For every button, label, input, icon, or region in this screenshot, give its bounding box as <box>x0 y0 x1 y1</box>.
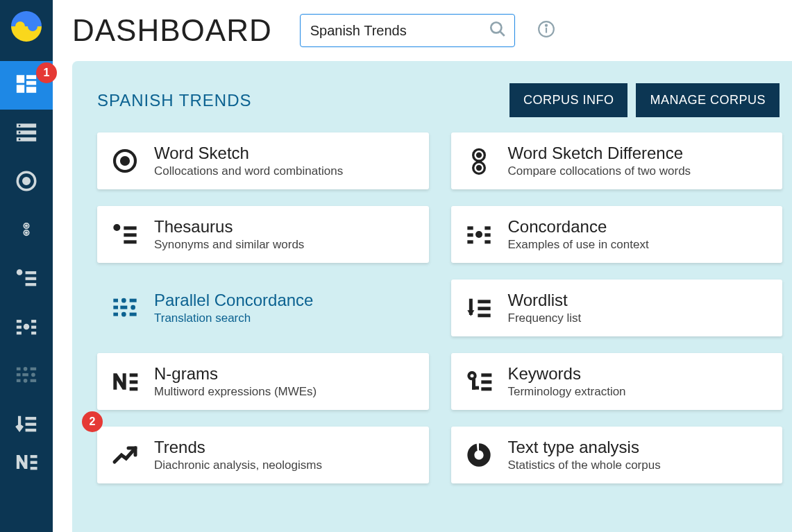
manage-corpus-button[interactable]: MANAGE CORPUS <box>636 83 780 117</box>
svg-rect-30 <box>31 368 37 370</box>
svg-rect-38 <box>26 423 37 426</box>
svg-line-44 <box>500 31 505 36</box>
svg-rect-37 <box>26 417 37 420</box>
card-sub: Multiword expressions (MWEs) <box>154 385 317 399</box>
svg-rect-40 <box>31 455 37 458</box>
svg-rect-19 <box>26 277 37 280</box>
corpus-name: SPANISH TRENDS <box>97 91 252 110</box>
ws-diff-icon <box>464 146 494 176</box>
search-icon[interactable] <box>489 20 507 41</box>
main-area: DASHBOARD SPANISH TRENDS CORPUS INFO MAN… <box>53 0 792 532</box>
card-sub: Examples of use in context <box>508 238 649 252</box>
svg-rect-84 <box>481 373 491 377</box>
svg-rect-32 <box>22 373 28 376</box>
card-keywords[interactable]: Keywords Terminology extraction <box>451 353 783 410</box>
card-title: Concordance <box>508 217 649 237</box>
svg-rect-71 <box>113 313 118 316</box>
thesaurus-icon <box>15 266 38 293</box>
page-title: DASHBOARD <box>72 13 272 48</box>
svg-rect-78 <box>130 380 138 384</box>
card-sub: Statistics of the whole corpus <box>508 458 661 472</box>
svg-rect-36 <box>31 379 37 382</box>
nav-wordsketch[interactable] <box>0 158 53 207</box>
nav-ngrams[interactable] <box>0 449 53 477</box>
card-ngrams[interactable]: N-grams Multiword expressions (MWEs) <box>97 353 429 410</box>
svg-rect-73 <box>130 313 137 316</box>
trends-badge: 2 <box>82 411 103 432</box>
svg-rect-27 <box>31 332 36 334</box>
svg-rect-83 <box>472 386 479 390</box>
nav-wordlist[interactable] <box>0 401 53 449</box>
card-thesaurus[interactable]: Thesaurus Synonyms and similar words <box>97 206 429 263</box>
svg-rect-34 <box>17 379 21 382</box>
nav-concordance[interactable] <box>0 304 53 352</box>
card-sub: Diachronic analysis, neologisms <box>154 458 322 472</box>
corpus-search-input[interactable] <box>300 14 515 47</box>
content-header: SPANISH TRENDS CORPUS INFO MANAGE CORPUS <box>97 83 782 117</box>
card-ws-diff[interactable]: Word Sketch Difference Compare collocati… <box>451 132 783 189</box>
svg-rect-75 <box>478 307 490 310</box>
svg-rect-58 <box>467 226 473 230</box>
svg-point-16 <box>26 232 27 233</box>
parallel-concordance-icon <box>15 363 38 390</box>
svg-rect-65 <box>113 299 118 302</box>
svg-point-9 <box>19 132 21 134</box>
nav-wsdiff[interactable] <box>0 207 53 255</box>
svg-point-49 <box>121 157 128 164</box>
topbar: DASHBOARD <box>53 0 792 61</box>
svg-point-61 <box>475 231 482 238</box>
svg-rect-86 <box>481 387 491 391</box>
concordance-icon <box>15 315 38 341</box>
svg-rect-25 <box>31 326 36 329</box>
svg-rect-4 <box>26 87 36 93</box>
card-title: Trends <box>154 438 322 457</box>
svg-rect-42 <box>31 467 37 470</box>
card-sub: Terminology extraction <box>508 385 626 399</box>
app-logo[interactable] <box>11 11 42 42</box>
card-concordance[interactable]: Concordance Examples of use in context <box>451 206 783 263</box>
word-sketch-icon <box>110 146 140 176</box>
sidebar: 1 <box>0 0 53 532</box>
svg-point-33 <box>31 372 35 377</box>
content-panel: SPANISH TRENDS CORPUS INFO MANAGE CORPUS… <box>72 61 792 532</box>
nav-corpora[interactable] <box>0 110 53 158</box>
svg-point-29 <box>24 367 28 371</box>
svg-rect-41 <box>31 461 37 464</box>
svg-point-53 <box>477 166 480 170</box>
svg-rect-28 <box>17 368 21 370</box>
card-texttype[interactable]: Text type analysis Statistics of the who… <box>451 427 783 483</box>
svg-rect-69 <box>120 306 127 309</box>
svg-rect-21 <box>17 320 22 323</box>
keywords-icon <box>464 366 494 397</box>
nav-dashboard[interactable]: 1 <box>0 61 53 110</box>
svg-rect-18 <box>26 271 37 274</box>
ngrams-icon <box>110 366 140 397</box>
svg-rect-39 <box>26 429 37 431</box>
nav-parconc[interactable] <box>0 352 53 401</box>
card-title: N-grams <box>154 364 317 384</box>
card-word-sketch[interactable]: Word Sketch Collocations and word combin… <box>97 132 429 189</box>
svg-rect-57 <box>124 240 136 243</box>
svg-rect-55 <box>124 226 136 230</box>
card-title: Word Sketch <box>154 144 343 163</box>
svg-point-51 <box>477 153 480 157</box>
dashboard-icon <box>15 72 38 98</box>
card-wordlist[interactable]: Wordlist Frequency list <box>451 280 783 336</box>
nav-thesaurus[interactable] <box>0 255 53 304</box>
trends-icon <box>110 440 140 470</box>
card-parallel-concordance[interactable]: Parallel Concordance Translation search <box>97 280 429 336</box>
svg-point-14 <box>26 225 27 226</box>
corpus-info-button[interactable]: CORPUS INFO <box>509 83 628 117</box>
svg-point-47 <box>546 25 547 26</box>
info-icon[interactable] <box>537 20 555 41</box>
wordlist-icon <box>15 412 38 438</box>
card-title: Thesaurus <box>154 217 304 237</box>
card-sub: Translation search <box>154 311 313 325</box>
card-trends[interactable]: 2 Trends Diachronic analysis, neologisms <box>97 427 429 483</box>
donut-chart-icon <box>464 440 494 470</box>
card-title: Parallel Concordance <box>154 291 313 310</box>
server-icon <box>15 121 38 147</box>
concordance-icon <box>464 219 494 250</box>
corpus-search <box>300 14 515 47</box>
svg-rect-63 <box>467 240 473 243</box>
